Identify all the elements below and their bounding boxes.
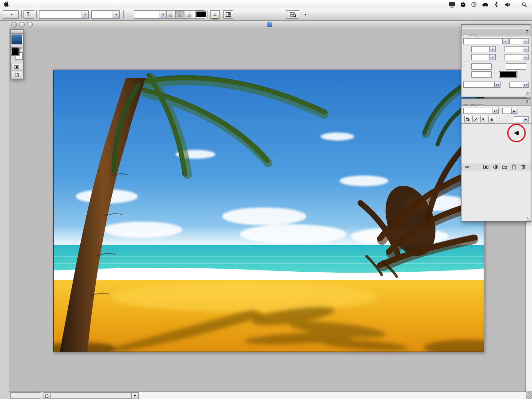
chevron-down-icon[interactable]: ▼ xyxy=(113,10,120,19)
char-font-size-select[interactable]: ▼ xyxy=(471,46,496,52)
char-horizontal-scale-field[interactable] xyxy=(506,63,526,70)
quick-mask-button[interactable] xyxy=(12,63,22,70)
doc-size-field xyxy=(50,392,132,399)
ichat-icon[interactable] xyxy=(481,1,489,8)
adjustment-layer-button[interactable] xyxy=(491,164,499,170)
font-style-select[interactable]: ▼ xyxy=(91,10,120,19)
stepper-arrows-icon[interactable]: ▲▼ xyxy=(494,82,501,88)
layers-panel-buttons xyxy=(462,163,531,171)
bluetooth-icon[interactable] xyxy=(493,1,500,8)
lock-all-button[interactable] xyxy=(488,116,495,122)
new-group-button[interactable] xyxy=(501,164,509,170)
menu-status-area xyxy=(448,1,532,8)
chevron-down-icon: ▼ xyxy=(11,13,13,16)
workspace-menu[interactable]: ▼ xyxy=(302,10,307,19)
tab-character[interactable] xyxy=(463,35,469,36)
status-flyout-button[interactable]: ▶ xyxy=(132,392,139,399)
panel-resize-grip[interactable] xyxy=(526,92,530,96)
screen-mode-button[interactable] xyxy=(12,71,22,78)
character-panel: ▼≡ ▼ ▼ ▼ ▼ ▼ ▼ xyxy=(461,24,531,97)
font-family-select[interactable]: ▼ xyxy=(39,10,89,19)
char-tracking-select[interactable]: ▼ xyxy=(505,54,529,60)
char-font-family-select[interactable]: ▼ xyxy=(463,38,509,44)
color-swatches: ⇄ xyxy=(11,47,23,62)
chevron-down-icon[interactable]: ▼ xyxy=(502,38,509,44)
char-anti-alias-select[interactable]: ▲▼ xyxy=(509,82,529,88)
spotlight-icon[interactable] xyxy=(520,1,528,8)
desktop-strip xyxy=(0,20,9,399)
lock-pixels-button[interactable] xyxy=(472,116,479,122)
new-layer-button[interactable] xyxy=(510,164,518,170)
pasteboard[interactable] xyxy=(9,28,526,392)
layer-style-button[interactable] xyxy=(473,164,481,170)
align-left-button[interactable] xyxy=(166,10,176,19)
chevron-down-icon[interactable]: ▼ xyxy=(523,54,529,60)
align-center-button[interactable] xyxy=(175,10,184,19)
char-font-style-select[interactable]: ▼ xyxy=(509,38,529,44)
add-layer-mask-button[interactable] xyxy=(482,164,490,170)
chevron-down-icon[interactable]: ▼ xyxy=(489,46,496,52)
tool-palette: ⇄ xyxy=(10,29,23,79)
lock-transparency-button[interactable] xyxy=(464,116,471,122)
blend-mode-select[interactable]: ▲▼ xyxy=(463,108,499,114)
spaces-icon[interactable] xyxy=(448,1,455,8)
photoshop-logo xyxy=(12,35,22,44)
volume-icon[interactable] xyxy=(504,1,511,8)
document-title-bar[interactable] xyxy=(9,20,532,29)
tab-paths[interactable] xyxy=(470,104,476,106)
fill-field[interactable]: ▶ xyxy=(514,116,529,122)
character-panel-header[interactable] xyxy=(462,25,531,29)
char-leading-select[interactable]: ▼ xyxy=(505,46,529,52)
link-layers-button[interactable] xyxy=(463,164,471,170)
apple-menu[interactable] xyxy=(0,0,13,8)
status-bar: ▶ xyxy=(9,391,532,399)
flyout-arrow-icon[interactable]: ▶ xyxy=(523,116,529,122)
chevron-down-icon[interactable]: ▼ xyxy=(160,10,167,19)
horizontal-scrollbar[interactable] xyxy=(139,392,526,399)
stepper-arrows-icon[interactable]: ▲▼ xyxy=(523,82,529,88)
chevron-down-icon: ▼ xyxy=(304,13,307,16)
swap-colors-icon[interactable]: ⇄ xyxy=(20,46,23,50)
tab-layers[interactable] xyxy=(477,104,483,106)
layers-panel: ▼≡ ▲▼ ▶ ▶ xyxy=(461,98,531,222)
align-right-button[interactable] xyxy=(184,10,193,19)
time-machine-icon[interactable] xyxy=(470,1,477,8)
window-resize-grip[interactable] xyxy=(526,392,532,399)
font-size-select[interactable]: ▼ xyxy=(134,10,167,19)
tab-channels[interactable] xyxy=(463,104,469,106)
flyout-arrow-icon[interactable]: ▶ xyxy=(511,108,517,114)
status-icon-button[interactable] xyxy=(43,392,50,399)
chevron-down-icon[interactable]: ▼ xyxy=(523,46,529,52)
panel-menu-icon[interactable]: ▼≡ xyxy=(524,100,530,103)
adium-icon[interactable] xyxy=(459,1,466,8)
lock-position-button[interactable] xyxy=(480,116,487,122)
chevron-down-icon[interactable]: ▼ xyxy=(523,38,529,44)
tooltip-create-warped-text xyxy=(212,17,217,19)
chevron-down-icon[interactable]: ▼ xyxy=(82,10,89,19)
go-to-bridge-button[interactable] xyxy=(286,10,299,19)
language-select[interactable]: ▲▼ xyxy=(463,82,501,88)
panel-resize-grip[interactable] xyxy=(526,217,530,221)
panel-menu-icon[interactable]: ▼≡ xyxy=(524,30,530,34)
char-kerning-select[interactable]: ▼ xyxy=(471,54,496,60)
stepper-arrows-icon[interactable]: ▲▼ xyxy=(493,108,499,114)
zoom-level-field[interactable] xyxy=(10,392,41,399)
char-color-swatch[interactable] xyxy=(499,71,517,78)
tab-paragraph[interactable] xyxy=(470,35,476,36)
opacity-field[interactable]: ▶ xyxy=(502,108,517,114)
tool-preset-picker[interactable]: ▼ xyxy=(3,10,19,19)
delete-layer-button[interactable] xyxy=(519,164,527,170)
canvas[interactable] xyxy=(53,70,484,352)
canvas-artwork[interactable] xyxy=(54,70,484,352)
foreground-color-swatch[interactable] xyxy=(12,48,19,55)
psd-file-icon xyxy=(267,22,272,27)
text-orientation-button[interactable]: T↕ xyxy=(23,10,34,19)
tool-options-bar: ▼ T↕ ▼ ▼ ▼ ▲▼ xyxy=(0,9,532,21)
tool-palette-header[interactable] xyxy=(11,30,23,34)
char-vertical-scale-field[interactable] xyxy=(471,63,492,70)
toggle-palettes-button[interactable] xyxy=(223,10,233,19)
text-color-swatch[interactable] xyxy=(196,11,207,18)
layers-panel-tabs: ▼≡ xyxy=(462,99,531,106)
char-baseline-shift-field[interactable] xyxy=(471,71,492,78)
chevron-down-icon[interactable]: ▼ xyxy=(489,54,496,60)
